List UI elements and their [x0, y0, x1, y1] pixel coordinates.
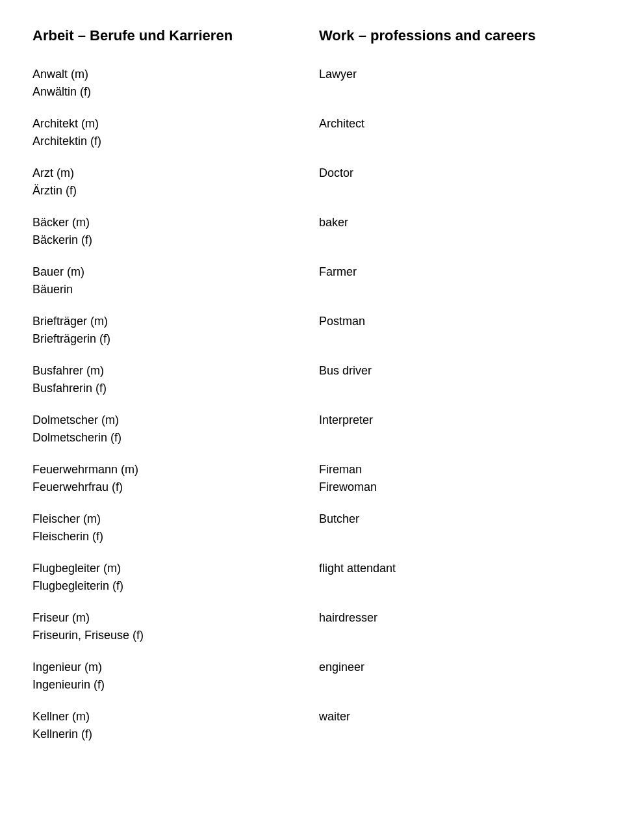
header-row: Arbeit – Berufe und Karrieren Work – pro… — [32, 26, 606, 46]
english-term: Butcher — [319, 510, 606, 528]
german-term: Dolmetscher (m) Dolmetscherin (f) — [32, 412, 319, 447]
vocab-row: Kellner (m) Kellnerin (f)waiter — [32, 708, 606, 743]
english-term: Lawyer — [319, 66, 606, 83]
english-term: flight attendant — [319, 560, 606, 577]
english-term: Interpreter — [319, 412, 606, 429]
german-term: Friseur (m) Friseurin, Friseuse (f) — [32, 609, 319, 644]
vocab-row: Flugbegleiter (m) Flugbegleiterin (f)fli… — [32, 560, 606, 595]
page-container: Arbeit – Berufe und Karrieren Work – pro… — [32, 26, 606, 743]
vocab-row: Bäcker (m) Bäckerin (f)baker — [32, 214, 606, 249]
english-term: baker — [319, 214, 606, 231]
german-term: Briefträger (m) Briefträgerin (f) — [32, 313, 319, 348]
english-term: Farmer — [319, 263, 606, 281]
vocab-row: Architekt (m) Architektin (f)Architect — [32, 115, 606, 150]
vocab-row: Dolmetscher (m) Dolmetscherin (f)Interpr… — [32, 412, 606, 447]
german-term: Flugbegleiter (m) Flugbegleiterin (f) — [32, 560, 319, 595]
german-term: Fleischer (m) Fleischerin (f) — [32, 510, 319, 545]
german-term: Architekt (m) Architektin (f) — [32, 115, 319, 150]
vocab-row: Feuerwehrmann (m) Feuerwehrfrau (f)Firem… — [32, 461, 606, 496]
english-term: waiter — [319, 708, 606, 726]
english-term: Doctor — [319, 164, 606, 182]
german-term: Anwalt (m) Anwältin (f) — [32, 66, 319, 101]
vocab-row: Arzt (m) Ärztin (f)Doctor — [32, 164, 606, 200]
vocab-row: Friseur (m) Friseurin, Friseuse (f)haird… — [32, 609, 606, 644]
german-term: Kellner (m) Kellnerin (f) — [32, 708, 319, 743]
english-term: hairdresser — [319, 609, 606, 627]
vocab-list: Anwalt (m) Anwältin (f)LawyerArchitekt (… — [32, 66, 606, 743]
vocab-row: Briefträger (m) Briefträgerin (f)Postman — [32, 313, 606, 348]
german-term: Feuerwehrmann (m) Feuerwehrfrau (f) — [32, 461, 319, 496]
german-term: Busfahrer (m) Busfahrerin (f) — [32, 362, 319, 397]
german-term: Ingenieur (m) Ingenieurin (f) — [32, 659, 319, 694]
vocab-row: Ingenieur (m) Ingenieurin (f)engineer — [32, 659, 606, 694]
german-term: Arzt (m) Ärztin (f) — [32, 164, 319, 200]
english-term: Postman — [319, 313, 606, 330]
header-german: Arbeit – Berufe und Karrieren — [32, 26, 319, 46]
vocab-row: Bauer (m) BäuerinFarmer — [32, 263, 606, 298]
vocab-row: Fleischer (m) Fleischerin (f)Butcher — [32, 510, 606, 545]
english-term: Architect — [319, 115, 606, 133]
german-term: Bauer (m) Bäuerin — [32, 263, 319, 298]
english-term: Bus driver — [319, 362, 606, 380]
german-term: Bäcker (m) Bäckerin (f) — [32, 214, 319, 249]
english-term: Fireman Firewoman — [319, 461, 606, 496]
english-term: engineer — [319, 659, 606, 676]
vocab-row: Busfahrer (m) Busfahrerin (f)Bus driver — [32, 362, 606, 397]
header-english: Work – professions and careers — [319, 26, 606, 46]
vocab-row: Anwalt (m) Anwältin (f)Lawyer — [32, 66, 606, 101]
